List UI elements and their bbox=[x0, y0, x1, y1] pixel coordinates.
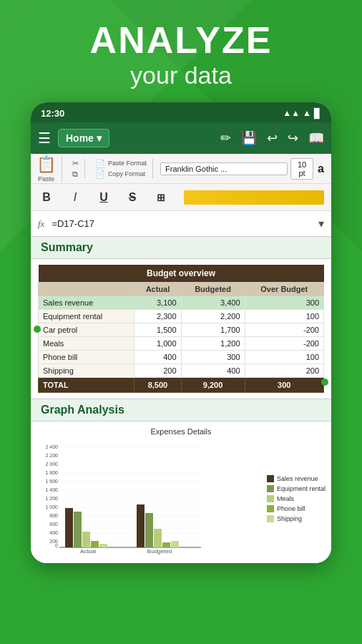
formula-bar: fx =D17-C17 ▾ bbox=[31, 211, 331, 237]
paste-label: Paste bbox=[38, 175, 54, 182]
save-icon[interactable]: 💾 bbox=[241, 130, 257, 146]
row-actual: 2,300 bbox=[134, 310, 181, 323]
svg-text:1 000: 1 000 bbox=[45, 504, 58, 509]
bar-budgeted-sales bbox=[137, 504, 145, 547]
status-time: 12:30 bbox=[41, 108, 64, 119]
graph-section-header: Graph Analysis bbox=[31, 399, 331, 421]
copy-format-icon[interactable]: 📄 bbox=[95, 170, 105, 179]
col-header-budgeted: Budgeted bbox=[181, 283, 245, 296]
font-name-box[interactable]: Franklin Gothic ... bbox=[160, 162, 288, 175]
row-label: Car petrol bbox=[39, 323, 134, 337]
undo-icon[interactable]: ↩ bbox=[267, 130, 278, 146]
copy-format-label: Copy Format bbox=[108, 170, 145, 177]
table-header-row: Actual Budgeted Over Budget bbox=[39, 283, 324, 296]
legend-item-sales: Sales revenue bbox=[267, 475, 326, 482]
table-row: Equipment rental 2,300 2,200 100 bbox=[39, 310, 324, 323]
table-border-button[interactable]: ⊞ bbox=[152, 192, 170, 203]
row-actual: 1,500 bbox=[134, 323, 181, 337]
home-dropdown[interactable]: Home ▾ bbox=[58, 129, 109, 147]
svg-text:2 200: 2 200 bbox=[45, 453, 58, 458]
dropdown-arrow: ▾ bbox=[97, 132, 102, 144]
svg-text:Budgeted: Budgeted bbox=[147, 548, 172, 555]
bar-actual-phone bbox=[91, 541, 99, 547]
bar-budgeted-phone bbox=[162, 542, 170, 547]
font-size-box[interactable]: 10 pt bbox=[290, 158, 313, 180]
bar-budgeted-equipment bbox=[145, 513, 153, 547]
status-bar: 12:30 ▲▲ ▲ ▊ bbox=[31, 102, 331, 122]
selection-handle-left bbox=[34, 326, 41, 333]
expand-formula-button[interactable]: ▾ bbox=[318, 217, 324, 230]
bar-actual-meals bbox=[82, 532, 90, 547]
svg-text:2 400: 2 400 bbox=[45, 444, 58, 449]
row-budgeted: 2,200 bbox=[181, 310, 245, 323]
font-letter: a bbox=[316, 162, 326, 175]
row-budgeted: 400 bbox=[181, 364, 245, 378]
svg-text:1 200: 1 200 bbox=[45, 496, 58, 501]
hero-section: ANALYZE your data bbox=[0, 0, 362, 102]
svg-text:1 400: 1 400 bbox=[45, 487, 58, 492]
summary-section-header: Summary bbox=[31, 237, 331, 259]
battery-icon: ▊ bbox=[314, 108, 321, 119]
row-budgeted: 3,400 bbox=[181, 296, 245, 310]
legend-swatch-phone bbox=[267, 505, 274, 512]
home-label: Home bbox=[66, 132, 94, 144]
redo-icon[interactable]: ↪ bbox=[288, 130, 298, 146]
svg-text:0: 0 bbox=[55, 543, 58, 548]
legend-swatch-equipment bbox=[267, 485, 274, 492]
legend-label-sales: Sales revenue bbox=[277, 475, 318, 482]
toolbar-row2: 📋 Paste ✂ ⧉ 📄 Paste Format 📄 Copy Format… bbox=[31, 154, 331, 184]
copy-icon[interactable]: ⧉ bbox=[72, 170, 78, 179]
italic-button[interactable]: I bbox=[67, 191, 84, 204]
bar-actual-equipment bbox=[74, 512, 82, 547]
spreadsheet-container: Budget overview Actual Budgeted Over Bud… bbox=[31, 259, 331, 399]
svg-text:600: 600 bbox=[49, 522, 58, 527]
row-budgeted: 300 bbox=[181, 351, 245, 364]
paste-group: 📋 Paste bbox=[36, 155, 62, 182]
table-title: Budget overview bbox=[39, 265, 324, 283]
legend-item-meals: Meals bbox=[267, 495, 326, 502]
bar-actual-shipping bbox=[99, 544, 107, 547]
strikethrough-button[interactable]: S bbox=[124, 191, 141, 204]
fx-label: fx bbox=[38, 218, 44, 230]
row-label: Meals bbox=[39, 337, 134, 351]
row-label: Shipping bbox=[39, 364, 134, 378]
chart-area: Expenses Details 2 400 2 200 2 000 1 800… bbox=[31, 421, 331, 563]
bar-chart: 2 400 2 200 2 000 1 800 1 600 1 400 1 20… bbox=[36, 440, 208, 555]
row-actual: 1,000 bbox=[134, 337, 181, 351]
row-over-budget: 300 bbox=[245, 296, 323, 310]
toolbar-row3: B I U S ⊞ bbox=[31, 184, 331, 211]
legend-label-meals: Meals bbox=[277, 495, 294, 502]
bar-budgeted-meals bbox=[154, 529, 162, 547]
bar-actual-sales bbox=[65, 508, 73, 547]
toolbar-icons-right: ✏ 💾 ↩ ↪ 📖 bbox=[220, 130, 324, 146]
edit-icon[interactable]: ✏ bbox=[220, 130, 231, 146]
total-row: TOTAL 8,500 9,200 300 bbox=[39, 378, 324, 393]
table-row: Car petrol 1,500 1,700 -200 bbox=[39, 323, 324, 337]
underline-button[interactable]: U bbox=[95, 191, 112, 204]
row-label: Phone bill bbox=[39, 351, 134, 364]
row-budgeted: 1,700 bbox=[181, 323, 245, 337]
row-actual: 200 bbox=[134, 364, 181, 378]
row-over-budget: 200 bbox=[245, 364, 323, 378]
row-budgeted: 1,200 bbox=[181, 337, 245, 351]
svg-text:1 800: 1 800 bbox=[45, 470, 58, 475]
bold-button[interactable]: B bbox=[38, 191, 55, 204]
paste-format-icon[interactable]: 📄 bbox=[95, 159, 105, 168]
total-budgeted: 9,200 bbox=[181, 378, 245, 393]
menu-button[interactable]: ☰ bbox=[38, 130, 51, 147]
status-icons: ▲▲ ▲ ▊ bbox=[283, 108, 321, 119]
bar-budgeted-shipping bbox=[171, 541, 179, 547]
row-over-budget: -200 bbox=[245, 323, 323, 337]
hero-title: ANALYZE bbox=[0, 21, 362, 59]
paste-icon[interactable]: 📋 bbox=[36, 155, 56, 174]
book-icon[interactable]: 📖 bbox=[308, 130, 324, 146]
legend-item-phone: Phone bill bbox=[267, 505, 326, 512]
cut-icon[interactable]: ✂ bbox=[72, 159, 79, 168]
highlight-color-bar[interactable] bbox=[184, 190, 324, 205]
legend-swatch-shipping bbox=[267, 515, 274, 522]
legend-item-equipment: Equipment rental bbox=[267, 485, 326, 492]
legend-label-shipping: Shipping bbox=[277, 515, 302, 522]
col-header-actual: Actual bbox=[134, 283, 181, 296]
row-actual: 3,100 bbox=[134, 296, 181, 310]
cut-copy-group: ✂ ⧉ bbox=[67, 159, 85, 179]
